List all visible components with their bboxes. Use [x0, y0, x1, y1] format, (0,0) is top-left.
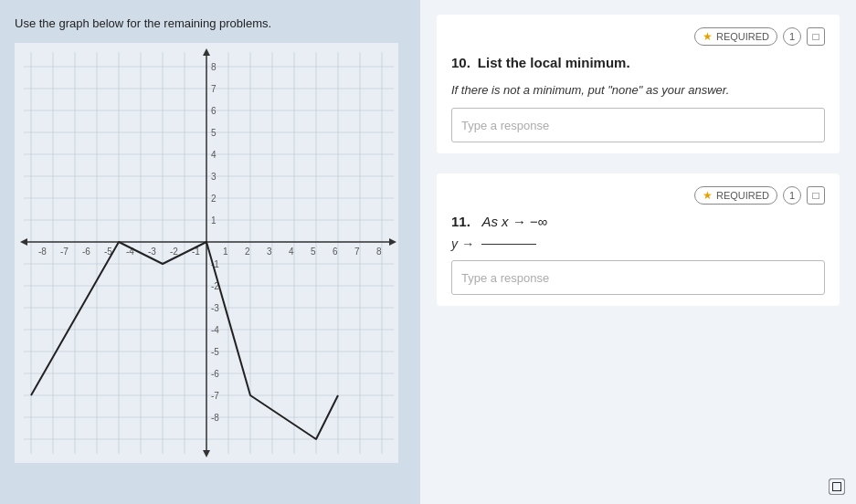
q11-arrow-label: y →	[451, 236, 474, 251]
svg-text:8: 8	[211, 62, 217, 72]
question-10-block: ★ REQUIRED 1 □ 10. List the local minimu…	[437, 15, 840, 153]
svg-text:-8: -8	[38, 247, 47, 257]
q10-header: ★ REQUIRED 1 □	[451, 27, 825, 46]
q11-blank	[481, 244, 536, 245]
svg-text:-3: -3	[148, 247, 156, 257]
q11-label: 11. As x → −∞	[451, 214, 825, 229]
svg-text:-5: -5	[211, 347, 219, 357]
q10-title: List the local minimum.	[478, 55, 630, 70]
svg-text:1: 1	[211, 215, 217, 226]
q10-step-badge: 1	[783, 27, 801, 46]
instruction-text: Use the graph below for the remaining pr…	[15, 16, 271, 30]
svg-text:-3: -3	[211, 303, 219, 313]
graph-container: 8 7 6 5 4 3 2 1 -1 -2 -3 -4 -5 -6 -7 -8 …	[15, 43, 398, 463]
q11-number: 11.	[451, 214, 470, 229]
q10-required-badge: ★ REQUIRED	[694, 27, 777, 46]
q11-arrow-line: y →	[451, 236, 825, 251]
graph-svg: 8 7 6 5 4 3 2 1 -1 -2 -3 -4 -5 -6 -7 -8 …	[15, 43, 398, 463]
svg-text:1: 1	[223, 247, 228, 257]
q10-number: 10.	[451, 55, 470, 70]
svg-text:7: 7	[354, 247, 360, 257]
q10-expand-icon[interactable]: □	[807, 27, 825, 46]
q11-required-badge: ★ REQUIRED	[694, 186, 777, 205]
svg-text:-8: -8	[211, 413, 219, 423]
required-star: ★	[703, 30, 713, 43]
svg-text:3: 3	[211, 172, 217, 182]
svg-text:3: 3	[267, 247, 272, 257]
svg-text:4: 4	[211, 150, 217, 160]
svg-text:-7: -7	[211, 391, 219, 401]
svg-text:8: 8	[376, 247, 382, 257]
q11-label-text: As x → −∞	[481, 214, 547, 229]
svg-text:5: 5	[311, 247, 316, 257]
q11-required-label: REQUIRED	[716, 190, 769, 201]
q11-response-input[interactable]	[451, 260, 825, 295]
svg-text:2: 2	[211, 194, 217, 204]
q11-required-star: ★	[703, 189, 713, 202]
svg-text:2: 2	[245, 247, 250, 257]
right-panel: ★ REQUIRED 1 □ 10. List the local minimu…	[420, 0, 856, 504]
question-11-block: ★ REQUIRED 1 □ 11. As x → −∞ y →	[437, 173, 840, 306]
q10-required-label: REQUIRED	[716, 31, 769, 42]
svg-text:-4: -4	[211, 325, 219, 335]
svg-text:4: 4	[289, 247, 294, 257]
svg-text:6: 6	[211, 106, 217, 116]
svg-text:5: 5	[211, 128, 217, 138]
svg-text:-2: -2	[170, 247, 178, 257]
q11-step-badge: 1	[783, 186, 801, 205]
svg-text:-6: -6	[211, 369, 219, 379]
svg-text:-7: -7	[60, 247, 69, 257]
q10-body: If there is not a minimum, put "none" as…	[451, 83, 825, 97]
q11-corner-icon: □	[829, 478, 845, 495]
svg-text:-6: -6	[82, 247, 90, 257]
svg-text:6: 6	[333, 247, 338, 257]
svg-text:7: 7	[211, 84, 217, 94]
left-panel: Use the graph below for the remaining pr…	[0, 0, 420, 504]
q11-header: ★ REQUIRED 1 □	[451, 186, 825, 205]
q11-expand-icon[interactable]: □	[807, 186, 825, 205]
q10-response-input[interactable]	[451, 108, 825, 142]
